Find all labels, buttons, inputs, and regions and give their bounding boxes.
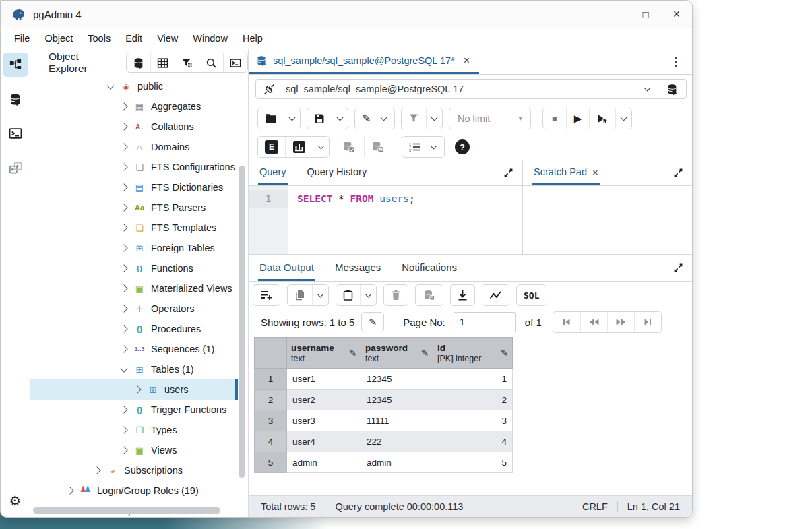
tree-vertical-scrollbar[interactable] (239, 166, 245, 478)
query-tool-tab[interactable]: sql_sample/sql_sample@PostgreSQL 17* × (249, 49, 479, 74)
copy-button[interactable] (288, 285, 312, 305)
previous-page-button[interactable] (580, 312, 607, 332)
tree-horizontal-scrollbar[interactable] (33, 507, 220, 514)
row-number[interactable]: 5 (255, 452, 287, 473)
psql-rail-button[interactable] (3, 121, 28, 146)
cell-password[interactable]: 12345 (361, 369, 433, 390)
cancel-query-button[interactable]: ■ (543, 108, 566, 129)
chevron-right-icon[interactable] (120, 325, 127, 332)
tree-item-aggregates[interactable]: ▦ Aggregates (30, 96, 248, 117)
sql-editor[interactable]: 1 SELECT * FROM users; (249, 186, 522, 254)
row-number[interactable]: 1 (255, 369, 287, 390)
tree-item-foreign-tables[interactable]: ⊞ Foreign Tables (30, 238, 248, 258)
tree-item-tables[interactable]: ⊞ Tables (1) (30, 359, 248, 379)
cell-id[interactable]: 4 (433, 431, 513, 452)
chevron-right-icon[interactable] (66, 487, 73, 494)
menu-tools[interactable]: Tools (80, 30, 118, 46)
paste-button[interactable] (336, 285, 360, 305)
tree-item-domains[interactable]: ⌂ Domains (30, 137, 248, 157)
row-number[interactable]: 2 (255, 390, 287, 410)
tree-item-subscriptions[interactable]: ◕ Subscriptions (30, 460, 248, 480)
chevron-right-icon[interactable] (120, 163, 127, 170)
tree-item-types[interactable]: ❐ Types (30, 420, 248, 440)
object-explorer-rail-button[interactable] (3, 53, 28, 77)
help-button[interactable]: ? (455, 139, 470, 154)
delete-row-button[interactable] (384, 285, 408, 305)
menu-edit[interactable]: Edit (118, 30, 150, 46)
save-data-changes-button[interactable] (416, 285, 443, 305)
tree-item-fts-dictionaries[interactable]: ▤ FTS Dictionaries (30, 177, 248, 197)
show-sql-button[interactable]: SQL (517, 285, 546, 305)
query-tool-rail-button[interactable] (3, 87, 28, 111)
save-file-menu-button[interactable] (332, 108, 348, 129)
sql-code[interactable]: SELECT * FROM users; (288, 186, 415, 254)
pencil-icon[interactable]: ✎ (421, 348, 429, 359)
close-tab-icon[interactable]: × (464, 55, 470, 67)
cell-username[interactable]: user2 (287, 390, 361, 410)
row-number[interactable]: 4 (255, 431, 287, 452)
menu-file[interactable]: File (7, 30, 37, 46)
tree-item-operators[interactable]: ✛ Operators (30, 299, 248, 319)
explain-menu-button[interactable] (313, 137, 329, 157)
tree-item-login-group-roles[interactable]: ♟♟ Login/Group Roles (19) (30, 480, 248, 501)
cell-id[interactable]: 3 (433, 410, 513, 431)
settings-gear-icon[interactable]: ⚙ (9, 493, 22, 509)
tree-item-public[interactable]: ◈ public (30, 76, 248, 96)
row-limit-select[interactable]: No limit ▾ (449, 108, 531, 129)
filter-button[interactable] (402, 108, 426, 129)
cursor-position-indicator[interactable]: Ln 1, Col 21 (627, 501, 680, 512)
cell-username[interactable]: user4 (287, 431, 361, 452)
explain-button[interactable]: E (258, 137, 285, 157)
tree-item-trigger-functions[interactable]: {} Trigger Functions (30, 400, 248, 420)
tree-item-sequences[interactable]: 1..3 Sequences (1) (30, 339, 248, 359)
expand-icon[interactable] (673, 168, 683, 178)
select-all-header[interactable] (255, 338, 287, 369)
copy-menu-button[interactable] (312, 285, 328, 305)
minimize-button[interactable]: ─ (599, 1, 630, 28)
tab-data-output[interactable]: Data Output (258, 255, 315, 281)
close-scratch-pad-icon[interactable]: × (592, 166, 598, 178)
macros-button[interactable]: 123 (402, 137, 428, 157)
chevron-right-icon[interactable] (120, 123, 127, 130)
next-page-button[interactable] (607, 312, 634, 332)
cell-id[interactable]: 5 (433, 452, 513, 473)
connect-server-button[interactable] (127, 53, 151, 72)
chevron-right-icon[interactable] (120, 345, 127, 352)
add-row-button[interactable] (253, 285, 280, 305)
tab-messages[interactable]: Messages (334, 255, 382, 281)
tree-item-fts-configurations[interactable]: ❏ FTS Configurations (30, 157, 248, 177)
cell-password[interactable]: admin (361, 452, 433, 473)
last-page-button[interactable] (634, 312, 661, 332)
row-number[interactable]: 3 (255, 410, 287, 431)
execute-menu-button[interactable] (615, 108, 631, 129)
menu-view[interactable]: View (150, 30, 185, 46)
chevron-right-icon[interactable] (120, 244, 127, 251)
connection-dropdown[interactable]: sql_sample/sql_sample@PostgreSQL 17 (255, 79, 687, 99)
edit-rows-button[interactable]: ✎ (361, 312, 384, 332)
view-data-button[interactable] (150, 53, 175, 72)
tab-scratch-pad[interactable]: Scratch Pad × (532, 160, 600, 185)
chevron-right-icon[interactable] (120, 143, 127, 150)
first-page-button[interactable] (553, 312, 580, 332)
tree-item-users[interactable]: ⊞ users (30, 379, 238, 400)
menu-help[interactable]: Help (235, 30, 270, 46)
cell-password[interactable]: 222 (361, 431, 433, 452)
tree-item-procedures[interactable]: {} Procedures (30, 319, 248, 339)
cell-password[interactable]: 12345 (361, 390, 433, 410)
rollback-button[interactable] (364, 136, 392, 158)
save-file-button[interactable] (307, 108, 332, 129)
search-button[interactable] (199, 53, 223, 72)
chevron-right-icon[interactable] (120, 426, 127, 433)
execute-query-button[interactable]: ▶ (566, 108, 589, 129)
scratch-pad-editor[interactable] (523, 186, 692, 254)
explain-analyze-button[interactable] (285, 137, 313, 157)
open-file-button[interactable] (258, 108, 284, 129)
psql-tool-button[interactable] (223, 53, 247, 72)
cell-id[interactable]: 2 (433, 390, 513, 410)
pencil-icon[interactable]: ✎ (349, 348, 356, 359)
column-header-username[interactable]: usernametext✎ (287, 338, 361, 369)
chevron-right-icon[interactable] (120, 446, 127, 454)
tree-item-fts-parsers[interactable]: Aa FTS Parsers (30, 197, 248, 218)
chevron-down-icon[interactable] (120, 365, 127, 372)
chevron-right-icon[interactable] (120, 305, 127, 312)
